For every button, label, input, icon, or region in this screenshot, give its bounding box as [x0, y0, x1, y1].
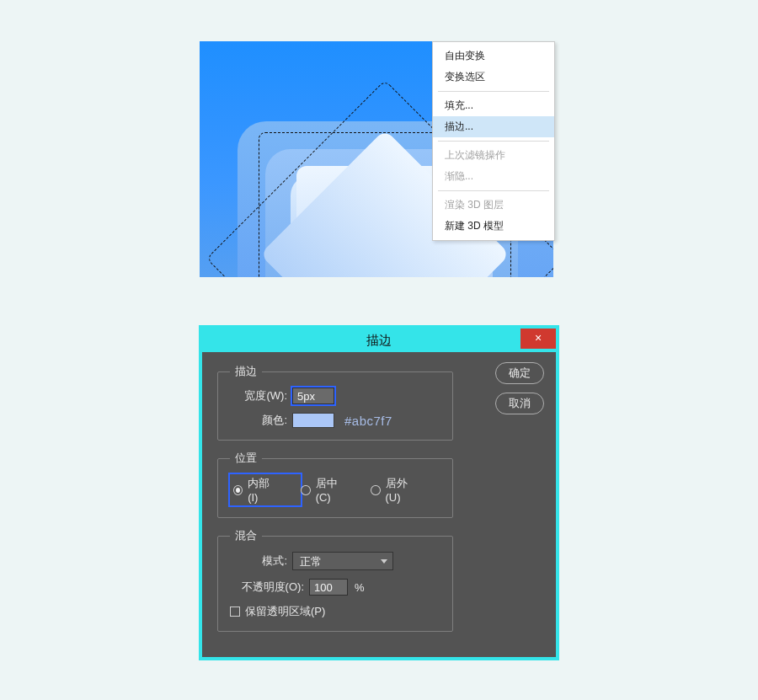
- opacity-label: 不透明度(O):: [230, 580, 304, 595]
- dialog-body: 确定 取消 描边 宽度(W): 颜色: #abc7f7 位置: [202, 352, 556, 657]
- close-button[interactable]: ×: [520, 329, 556, 349]
- section-stroke-legend: 描边: [230, 364, 262, 379]
- preserve-checkbox[interactable]: [230, 606, 240, 617]
- mode-value: 正常: [300, 555, 322, 568]
- ctx-item-last-filter: 上次滤镜操作: [433, 145, 554, 166]
- ctx-item-fade: 渐隐...: [433, 166, 554, 187]
- opacity-input[interactable]: [309, 579, 348, 596]
- radio-dot-icon: [233, 485, 243, 495]
- section-position-legend: 位置: [230, 451, 262, 466]
- ctx-item-new-3d-model[interactable]: 新建 3D 模型: [433, 216, 554, 237]
- ok-button[interactable]: 确定: [495, 362, 544, 384]
- radio-outside[interactable]: 居外(U): [371, 476, 420, 504]
- ctx-item-transform-selection[interactable]: 变换选区: [433, 67, 554, 88]
- ctx-separator: [438, 141, 549, 142]
- dialog-titlebar[interactable]: 描边 ×: [202, 329, 556, 352]
- color-swatch[interactable]: [292, 413, 334, 428]
- width-field-ring: [292, 387, 334, 404]
- radio-dot-icon: [371, 485, 380, 495]
- radio-center-label: 居中(C): [316, 476, 350, 504]
- ctx-separator: [438, 91, 549, 92]
- mode-label: 模式:: [230, 553, 287, 569]
- radio-inside[interactable]: 内部(I): [233, 476, 277, 504]
- stroke-dialog: 描边 × 确定 取消 描边 宽度(W): 颜色: #abc7f7: [199, 325, 559, 660]
- cancel-button[interactable]: 取消: [495, 393, 544, 414]
- dialog-title: 描边: [366, 333, 392, 347]
- context-menu: 自由变换 变换选区 填充... 描边... 上次滤镜操作 渐隐... 渲染 3D…: [432, 41, 555, 241]
- ctx-item-free-transform[interactable]: 自由变换: [433, 45, 554, 67]
- radio-inside-label: 内部(I): [248, 476, 277, 504]
- preserve-label: 保留透明区域(P): [245, 604, 325, 619]
- dialog-buttons: 确定 取消: [495, 362, 544, 423]
- radio-center[interactable]: 居中(C): [301, 476, 350, 504]
- radio-outside-label: 居外(U): [386, 476, 420, 504]
- ctx-separator: [438, 190, 549, 191]
- width-input[interactable]: [292, 387, 334, 404]
- ctx-item-stroke[interactable]: 描边...: [433, 116, 554, 137]
- ctx-item-fill[interactable]: 填充...: [433, 95, 554, 116]
- section-position: 位置 内部(I) 居中(C) 居外(U): [217, 451, 453, 518]
- section-stroke: 描边 宽度(W): 颜色: #abc7f7: [217, 364, 453, 441]
- section-blend-legend: 混合: [230, 528, 262, 543]
- section-blend: 混合 模式: 正常 不透明度(O): % 保留透明区域(P): [217, 528, 453, 632]
- width-label: 宽度(W):: [230, 388, 287, 403]
- mode-select[interactable]: 正常: [292, 552, 393, 570]
- ctx-item-render-3d-layer: 渲染 3D 图层: [433, 195, 554, 216]
- opacity-suffix: %: [355, 581, 365, 594]
- position-inside-ring: 内部(I): [230, 474, 301, 505]
- color-hex: #abc7f7: [344, 414, 392, 428]
- radio-dot-icon: [301, 485, 310, 495]
- close-icon: ×: [535, 331, 542, 345]
- color-label: 颜色:: [230, 413, 287, 428]
